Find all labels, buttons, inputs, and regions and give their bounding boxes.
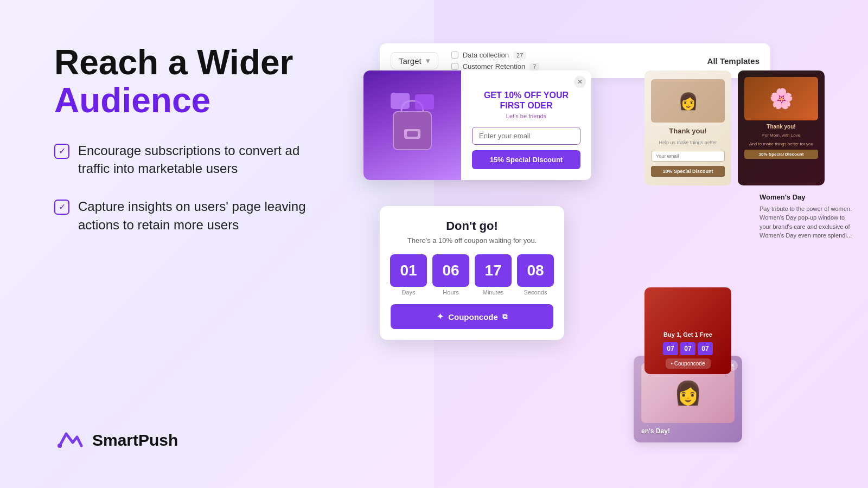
buy-one-label: Buy 1, Get 1 Free	[663, 331, 712, 338]
tpl-beige-btn[interactable]: 10% Special Discount	[651, 166, 725, 177]
coupon-numbers: 07 07 07	[663, 342, 713, 355]
checkbox-icon-2: ✓	[54, 200, 69, 215]
popup-email-title: GET 10% OFF YOUR FIRST ODER	[472, 90, 580, 111]
shoes-svg-icon	[385, 90, 439, 160]
hours-value: 06	[432, 254, 469, 287]
coupon-button[interactable]: ✦ Couponcode ⧉	[391, 304, 553, 329]
feature-item-1: ✓ Encourage subscriptions to convert ad …	[54, 142, 315, 178]
filter-checkbox-1[interactable]	[451, 52, 458, 59]
checkbox-icon-1: ✓	[54, 144, 69, 159]
left-panel: Reach a Wider Audience ✓ Encourage subsc…	[0, 0, 347, 488]
womens-day-info: Women's Day Pay tribute to the power of …	[760, 193, 857, 240]
svg-point-0	[58, 444, 62, 448]
days-value: 01	[390, 254, 427, 287]
target-label: Target	[399, 56, 422, 66]
minutes-label: Minutes	[483, 289, 504, 296]
countdown-subtitle: There's a 10% off coupon waiting for you…	[391, 236, 553, 245]
filter-badge-2: 7	[529, 63, 539, 70]
template-photo-1: 👩	[651, 79, 725, 123]
template-cards-area: 👩 Thank you! Help us make things better …	[644, 70, 857, 374]
popup-close-button[interactable]: ✕	[574, 76, 586, 88]
filter-checkbox-2[interactable]	[451, 63, 458, 70]
chevron-down-icon: ▾	[426, 56, 430, 66]
minutes-value: 17	[475, 254, 512, 287]
email-input[interactable]	[472, 127, 580, 145]
logo-text: SmartPush	[92, 431, 178, 450]
features-list: ✓ Encourage subscriptions to convert ad …	[54, 142, 315, 234]
right-panel: Target ▾ Data collection 27 Customer Ret…	[347, 0, 868, 488]
template-row-3: Buy 1, Get 1 Free 07 07 07 • Couponcode	[644, 287, 857, 374]
feature-item-2: ✓ Capture insights on users' page leavin…	[54, 197, 315, 234]
coupon-num-1: 07	[663, 342, 678, 355]
shoes-image	[363, 70, 461, 180]
couponcode-tag: • Couponcode	[666, 358, 711, 369]
template-beige-thankyou[interactable]: 👩 Thank you! Help us make things better …	[644, 70, 731, 185]
tpl-beige-subtitle: Help us make things better	[659, 139, 717, 146]
popup-email-subtitle: Let's be friends	[472, 113, 580, 119]
page-container: Reach a Wider Audience ✓ Encourage subsc…	[0, 0, 868, 488]
filter-options: Data collection 27 Customer Retention 7	[451, 51, 540, 70]
template-row-1: 👩 Thank you! Help us make things better …	[644, 70, 857, 185]
womens-day-description: Pay tribute to the power of women. Women…	[760, 204, 857, 240]
tpl-dark-title: Thank you!	[767, 124, 795, 130]
feature-text-2: Capture insights on users' page leaving …	[78, 197, 315, 234]
all-templates-title: All Templates	[707, 56, 760, 66]
svg-rect-3	[407, 131, 418, 137]
filter-data-collection: Data collection 27	[451, 51, 540, 59]
womens-day-label: en's Day!	[641, 427, 735, 435]
womens-day-title: Women's Day	[760, 193, 857, 201]
filter-customer-retention: Customer Retention 7	[451, 62, 540, 70]
logo-area: SmartPush	[54, 425, 315, 455]
tpl-dark-text: And to make things better for you	[749, 142, 813, 146]
headline: Reach a Wider Audience	[54, 43, 315, 120]
countdown-title: Don't go!	[391, 219, 553, 233]
countdown-popup: Don't go! There's a 10% off coupon waiti…	[380, 206, 564, 340]
headline-line2: Audience	[54, 81, 315, 119]
headline-line1: Reach a Wider	[54, 43, 315, 81]
target-dropdown[interactable]: Target ▾	[391, 52, 438, 69]
countdown-grid: 01 Days 06 Hours 17 Minutes 08 Seconds	[391, 254, 553, 296]
filter-badge-1: 27	[513, 52, 526, 59]
template-row-2: ✕ 👩 en's Day! Women's Day Pay tribute to…	[644, 193, 857, 280]
days-label: Days	[401, 289, 415, 296]
countdown-days: 01 Days	[390, 254, 427, 296]
seconds-label: Seconds	[524, 289, 547, 296]
coupon-num-2: 07	[680, 342, 695, 355]
template-flower-image: 🌸	[744, 77, 818, 120]
coupon-num-3: 07	[698, 342, 713, 355]
discount-button[interactable]: 15% Special Discount	[472, 150, 580, 169]
tpl-beige-input[interactable]	[651, 151, 725, 162]
countdown-hours: 06 Hours	[432, 254, 469, 296]
email-popup: ✕ GET 10% OFF YOUR FIRST ODER Let's be f…	[363, 70, 591, 180]
coupon-icon: ✦	[437, 312, 444, 322]
hours-label: Hours	[443, 289, 458, 296]
buy-one-get-one-card[interactable]: Buy 1, Get 1 Free 07 07 07 • Couponcode	[644, 287, 731, 374]
svg-rect-5	[415, 94, 434, 110]
external-link-icon: ⧉	[502, 312, 507, 321]
seconds-value: 08	[517, 254, 554, 287]
countdown-seconds: 08 Seconds	[517, 254, 554, 296]
tpl-beige-title: Thank you!	[669, 127, 706, 135]
coupon-label: Couponcode	[448, 312, 498, 322]
tpl-dark-subtitle: For Mom, with Love	[762, 133, 800, 138]
smartpush-logo-icon	[54, 425, 85, 455]
feature-text-1: Encourage subscriptions to convert ad tr…	[78, 142, 315, 178]
popup-email-content: ✕ GET 10% OFF YOUR FIRST ODER Let's be f…	[461, 70, 591, 180]
template-dark-thankyou[interactable]: 🌸 Thank you! For Mom, with Love And to m…	[738, 70, 825, 185]
popup-email-image	[363, 70, 461, 180]
svg-rect-4	[391, 93, 410, 109]
countdown-minutes: 17 Minutes	[475, 254, 512, 296]
tpl-dark-btn[interactable]: 10% Special Discount	[744, 150, 818, 159]
